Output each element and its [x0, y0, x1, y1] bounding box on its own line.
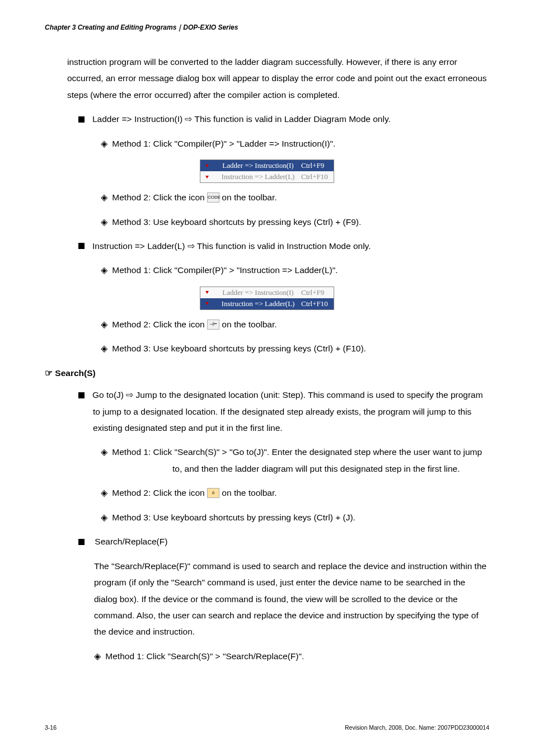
toolbar-ladder-icon[interactable]: ⊣⊢ [207, 320, 219, 330]
arrow-icon: ⇨ [126, 390, 133, 400]
bullet-icon [78, 243, 85, 249]
diamond-icon: ◈ [94, 651, 101, 661]
li2-title-pre: Instruction => Ladder(L) [92, 241, 188, 251]
li1-method1: ◈ Method 1: Click "Compiler(P)" > "Ladde… [101, 135, 489, 152]
goto-m1-text: Method 1: Click "Search(S)" > "Go to(J)"… [112, 447, 482, 473]
item-goto: Go to(J) ⇨ Jump to the designated locati… [78, 387, 489, 436]
li1-title-pre: Ladder => Instruction(I) [92, 114, 185, 124]
li1-method2: ◈ Method 2: Click the icon CODE on the t… [101, 189, 489, 205]
arrow-icon: ⇨ [188, 241, 195, 251]
li1-method3: ◈ Method 3: Use keyboard shortcuts by pr… [101, 214, 489, 230]
li2-title-post: This function is valid in Instruction Mo… [195, 241, 371, 251]
toolbar-code-icon[interactable]: CODE [207, 192, 219, 203]
li1-m2-pre: Method 2: Click the icon [112, 192, 207, 202]
goto-method2: ◈ Method 2: Click the icon ō on the tool… [101, 485, 489, 501]
sr-title: Search/Replace(F) [95, 537, 167, 546]
page-number: 3-16 [45, 722, 57, 734]
li1-m3-text: Method 3: Use keyboard shortcuts by pres… [112, 217, 361, 227]
section-search: ☞ Search(S) [45, 365, 489, 381]
diamond-icon: ◈ [101, 265, 107, 275]
li1-m1-text: Method 1: Click "Compiler(P)" > "Ladder … [112, 139, 335, 148]
intro-paragraph: instruction program will be converted to… [67, 54, 489, 103]
menu-screenshot-2: Ladder => Instruction(I) Ctrl+F9 Instruc… [200, 287, 334, 310]
li2-m1-text: Method 1: Click "Compiler(P)" > "Instruc… [112, 265, 338, 275]
bullet-icon [78, 116, 85, 123]
search-heading: Search(S) [55, 368, 95, 378]
item-instruction-to-ladder: Instruction => Ladder(L) ⇨ This function… [78, 238, 489, 254]
menu-label: Instruction => Ladder(L) [214, 170, 301, 184]
li1-m2-post: on the toolbar. [219, 192, 277, 202]
pointing-hand-icon: ☞ [45, 368, 53, 378]
goto-method1: ◈ Method 1: Click "Search(S)" > "Go to(J… [101, 444, 489, 477]
diamond-icon: ◈ [101, 320, 107, 329]
arrow-icon: ⇨ [185, 114, 192, 124]
diamond-icon: ◈ [101, 447, 107, 457]
menu-shortcut: Ctrl+F10 [301, 297, 334, 311]
li1-title-post: This function is valid in Ladder Diagram… [192, 114, 390, 124]
li2-method3: ◈ Method 3: Use keyboard shortcuts by pr… [101, 340, 489, 356]
sr-body: The "Search/Replace(F)" command is used … [94, 558, 489, 640]
toolbar-goto-icon[interactable]: ō [207, 488, 219, 498]
diamond-icon: ◈ [101, 344, 107, 353]
page-header: Chapter 3 Creating and Editing Programs｜… [45, 21, 238, 34]
goto-method3: ◈ Method 3: Use keyboard shortcuts by pr… [101, 509, 489, 525]
bullet-icon [78, 539, 85, 545]
goto-title-post: Jump to the designated location (unit: S… [93, 390, 483, 433]
li2-m2-post: on the toolbar. [219, 320, 277, 329]
sr-m1-text: Method 1: Click "Search(S)" > "Search/Re… [105, 651, 304, 661]
item-search-replace: Search/Replace(F) [78, 533, 489, 550]
li2-m3-text: Method 3: Use keyboard shortcuts by pres… [112, 344, 366, 353]
menu-shortcut: Ctrl+F10 [301, 170, 334, 184]
diamond-icon: ◈ [101, 139, 107, 148]
code-down-icon [200, 291, 214, 294]
goto-m2-post: on the toolbar. [219, 488, 277, 497]
menu-label: Instruction => Ladder(L) [214, 297, 301, 311]
page-footer: 3-16 Revision March, 2008, Doc. Name: 20… [45, 722, 489, 734]
diamond-icon: ◈ [101, 488, 107, 497]
goto-title-pre: Go to(J) [92, 390, 126, 400]
diamond-icon: ◈ [101, 217, 107, 227]
menu-row-instruction-ladder[interactable]: Instruction => Ladder(L) Ctrl+F10 [200, 298, 334, 309]
sr-method1: ◈ Method 1: Click "Search(S)" > "Search/… [94, 648, 489, 664]
goto-m3-text: Method 3: Use keyboard shortcuts by pres… [112, 513, 355, 522]
diamond-icon: ◈ [101, 192, 107, 202]
ladder-down-icon [200, 302, 214, 305]
li2-m2-pre: Method 2: Click the icon [112, 320, 207, 329]
revision-info: Revision March, 2008, Doc. Name: 2007PDD… [345, 722, 489, 734]
li2-method2: ◈ Method 2: Click the icon ⊣⊢ on the too… [101, 316, 489, 332]
code-down-icon [200, 165, 214, 167]
goto-m2-pre: Method 2: Click the icon [112, 488, 207, 497]
ladder-down-icon [200, 176, 214, 179]
diamond-icon: ◈ [101, 513, 107, 522]
menu-row-instruction-ladder[interactable]: Instruction => Ladder(L) Ctrl+F10 [200, 171, 334, 182]
li2-method1: ◈ Method 1: Click "Compiler(P)" > "Instr… [101, 262, 489, 278]
bullet-icon [78, 392, 85, 398]
menu-screenshot-1: Ladder => Instruction(I) Ctrl+F9 Instruc… [200, 159, 334, 183]
item-ladder-to-instruction: Ladder => Instruction(I) ⇨ This function… [78, 111, 489, 127]
